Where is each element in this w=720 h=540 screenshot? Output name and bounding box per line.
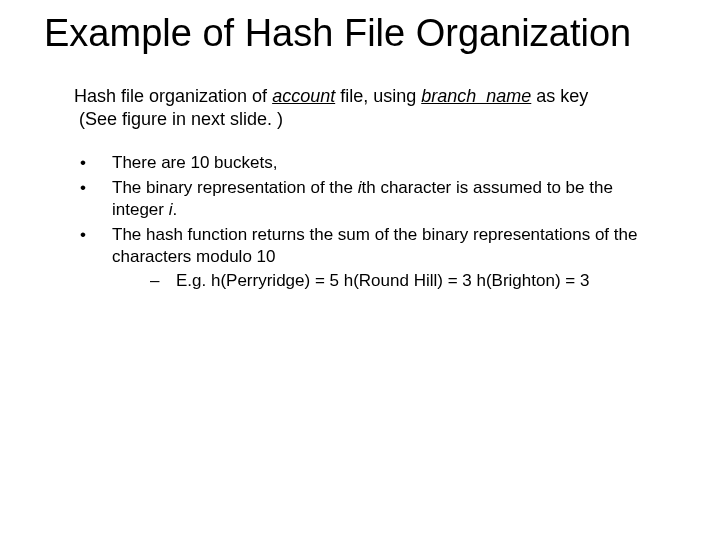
intro-branch: branch_name — [421, 86, 531, 106]
intro-account: account — [272, 86, 335, 106]
bullet-marker: • — [74, 177, 112, 221]
slide-title: Example of Hash File Organization — [0, 0, 720, 61]
intro-paragraph: Hash file organization of account file, … — [0, 61, 720, 130]
slide: Example of Hash File Organization Hash f… — [0, 0, 720, 540]
bullet-list: • There are 10 buckets, • The binary rep… — [0, 130, 720, 293]
bullet-2-c: . — [172, 200, 177, 219]
bullet-2-a: The binary representation of the — [112, 178, 358, 197]
subbullet-marker: – — [144, 270, 176, 292]
bullet-marker: • — [74, 224, 112, 292]
bullet-3-text: The hash function returns the sum of the… — [112, 224, 666, 292]
bullet-marker: • — [74, 152, 112, 174]
bullet-3: • The hash function returns the sum of t… — [74, 224, 666, 292]
intro-mid: file, using — [335, 86, 421, 106]
intro-prefix: Hash file organization of — [74, 86, 272, 106]
sub-bullet-1: – E.g. h(Perryridge) = 5 h(Round Hill) =… — [112, 270, 666, 292]
bullet-3-main: The hash function returns the sum of the… — [112, 225, 637, 266]
intro-note: (See figure in next slide. ) — [79, 109, 283, 129]
bullet-1-text: There are 10 buckets, — [112, 152, 666, 174]
bullet-1: • There are 10 buckets, — [74, 152, 666, 174]
bullet-2-text: The binary representation of the ith cha… — [112, 177, 666, 221]
intro-suffix: as key — [531, 86, 588, 106]
sub-bullet-1-text: E.g. h(Perryridge) = 5 h(Round Hill) = 3… — [176, 270, 666, 292]
bullet-2: • The binary representation of the ith c… — [74, 177, 666, 221]
